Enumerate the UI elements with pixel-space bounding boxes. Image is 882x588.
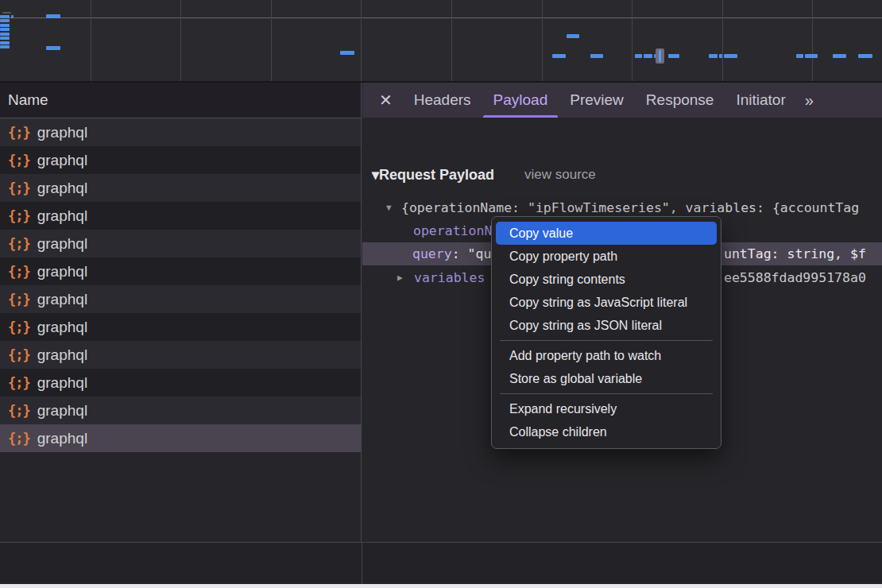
request-row[interactable]: {;}graphql	[0, 341, 361, 369]
waterfall-bar	[0, 24, 10, 27]
waterfall-bar	[644, 54, 652, 58]
json-file-icon: {;}	[8, 431, 30, 447]
request-row[interactable]: {;}graphql	[0, 146, 361, 174]
triangle-right-icon[interactable]: ▶	[397, 266, 403, 289]
panel-divider	[362, 543, 362, 584]
json-file-icon: {;}	[8, 375, 30, 391]
context-menu-item-copy-property-path[interactable]: Copy property path	[492, 245, 721, 268]
request-row[interactable]: {;}graphql	[0, 313, 361, 341]
request-name-label: graphql	[37, 291, 87, 308]
name-column-header[interactable]: Name	[0, 83, 361, 118]
request-list: {;}graphql{;}graphql{;}graphql{;}graphql…	[0, 118, 361, 452]
detail-tab-bar: ✕ HeadersPayloadPreviewResponseInitiator…	[362, 83, 882, 118]
requests-panel: Name {;}graphql{;}graphql{;}graphql{;}gr…	[0, 83, 362, 542]
waterfall-bar	[0, 28, 10, 31]
waterfall-bar	[567, 34, 579, 38]
waterfall-bar	[46, 46, 60, 50]
property-key: variables	[414, 266, 485, 289]
waterfall-bar	[46, 14, 60, 18]
waterfall-bar	[0, 41, 10, 44]
tab-initiator[interactable]: Initiator	[725, 83, 796, 118]
json-file-icon: {;}	[8, 347, 30, 363]
request-row[interactable]: {;}graphql	[0, 397, 361, 424]
request-row[interactable]: {;}graphql	[0, 174, 361, 202]
gridline	[271, 0, 272, 81]
json-file-icon: {;}	[8, 180, 30, 196]
waterfall-bar	[0, 19, 10, 22]
request-row[interactable]: {;}graphql	[0, 285, 361, 313]
waterfall-bar	[0, 15, 10, 18]
gridline	[180, 0, 181, 81]
context-menu-item-copy-string-as-json-literal[interactable]: Copy string as JSON literal	[492, 314, 721, 337]
gridline	[722, 0, 723, 81]
tab-response[interactable]: Response	[635, 83, 725, 118]
request-row[interactable]: {;}graphql	[0, 118, 361, 146]
property-key: query	[412, 246, 452, 261]
waterfall-bar	[709, 54, 718, 58]
tab-headers[interactable]: Headers	[403, 83, 482, 118]
waterfall-bar	[590, 54, 603, 58]
tab-payload[interactable]: Payload	[482, 83, 559, 118]
request-payload-header[interactable]: ▾Request Payload	[372, 166, 494, 184]
request-name-label: graphql	[37, 235, 87, 253]
json-file-icon: {;}	[8, 236, 30, 252]
waterfall-bar	[635, 54, 642, 58]
waterfall-bar	[668, 54, 679, 58]
waterfall-marker-bar	[659, 50, 661, 62]
request-row[interactable]: {;}graphql	[0, 257, 361, 285]
overview-divider-line	[0, 17, 882, 18]
request-name-label: graphql	[37, 346, 87, 364]
waterfall-bar	[0, 37, 10, 40]
waterfall-bar	[796, 54, 803, 58]
name-column-label: Name	[8, 91, 48, 109]
json-file-icon: {;}	[8, 264, 30, 280]
summary-bar	[0, 542, 882, 584]
page-background-strip	[0, 584, 882, 588]
triangle-down-icon[interactable]: ▼	[386, 196, 392, 219]
key-separator: :	[452, 246, 468, 261]
view-source-link[interactable]: view source	[524, 167, 596, 183]
json-file-icon: {;}	[8, 208, 30, 224]
request-row[interactable]: {;}graphql	[0, 202, 361, 230]
close-button[interactable]: ✕	[362, 83, 403, 118]
gridline	[542, 0, 543, 81]
query-value-right-fragment: untTag: string, $f	[724, 242, 866, 265]
gridline	[451, 0, 452, 81]
json-file-icon: {;}	[8, 292, 30, 308]
context-menu-item-copy-string-as-javascript-literal[interactable]: Copy string as JavaScript literal	[492, 291, 721, 314]
gridline	[632, 0, 632, 81]
json-file-icon: {;}	[8, 125, 30, 141]
json-file-icon: {;}	[8, 403, 30, 419]
waterfall-bar	[2, 12, 11, 14]
request-name-label: graphql	[37, 319, 87, 336]
context-menu-item-store-as-global-variable[interactable]: Store as global variable	[492, 367, 721, 390]
gridline	[361, 0, 362, 81]
gridline	[812, 0, 813, 81]
waterfall-bar	[719, 54, 722, 58]
tabs-container: HeadersPayloadPreviewResponseInitiator	[403, 83, 797, 118]
context-menu-item-add-property-path-to-watch[interactable]: Add property path to watch	[492, 344, 721, 367]
tab-preview[interactable]: Preview	[559, 83, 635, 118]
context-menu-item-copy-value[interactable]: Copy value	[496, 222, 717, 245]
chevron-double-right-icon: »	[805, 91, 812, 110]
waterfall-bar	[805, 54, 818, 58]
request-row[interactable]: {;}graphql	[0, 369, 361, 397]
waterfall-bar	[0, 45, 10, 48]
context-menu-item-expand-recursively[interactable]: Expand recursively	[492, 397, 721, 420]
json-file-icon: {;}	[8, 153, 30, 168]
close-icon: ✕	[379, 91, 393, 110]
context-menu-item-collapse-children[interactable]: Collapse children	[492, 420, 721, 443]
waterfall-bar	[0, 33, 10, 36]
menu-separator	[500, 340, 713, 341]
overview-waterfall[interactable]	[0, 0, 882, 83]
request-name-label: graphql	[37, 152, 87, 169]
request-row[interactable]: {;}graphql	[0, 230, 361, 257]
waterfall-selected-marker	[656, 48, 664, 64]
request-name-label: graphql	[37, 402, 87, 420]
request-name-label: graphql	[37, 207, 87, 225]
context-menu-item-copy-string-contents[interactable]: Copy string contents	[492, 268, 721, 291]
more-tabs-button[interactable]: »	[797, 83, 820, 118]
request-name-label: graphql	[37, 180, 87, 197]
request-name-label: graphql	[37, 430, 87, 447]
request-row[interactable]: {;}graphql	[0, 424, 361, 452]
